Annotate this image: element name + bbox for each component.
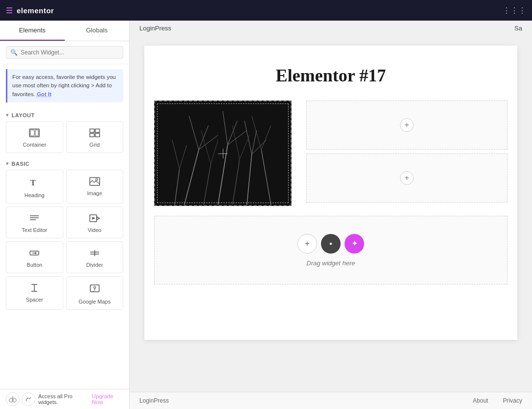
plus-icon: + [305,239,309,248]
search-input-wrap: 🔍 [6,46,123,59]
widget-heading-label: Heading [25,192,45,198]
basic-widget-grid: T Heading Image [0,170,129,313]
tab-elements[interactable]: Elements [0,21,65,41]
widget-container-label: Container [23,142,46,148]
empty-slot-1[interactable]: + [306,101,507,150]
heading-icon: T [29,177,40,189]
drop-zone-section[interactable]: + ▪ ✦ Drag widget here [154,216,507,284]
widget-divider-label: Divider [86,262,103,268]
sidebar-content: ▾ Layout Container [0,107,129,389]
widget-button-label: Button [27,262,42,268]
svg-rect-4 [95,129,100,132]
svg-point-9 [96,179,98,180]
section-layout-header: ▾ Layout [0,107,129,121]
widget-image[interactable]: Image [66,170,124,204]
magic-icon: ✦ [351,239,358,248]
container-icon [29,128,40,139]
section-layout-label: Layout [12,112,35,118]
drop-zone-text: Drag widget here [307,259,355,267]
top-bar: ☰ elementor ⋮⋮⋮ [0,0,532,21]
widget-google-maps-label: Google Maps [79,299,110,305]
chevron-down-icon-2: ▾ [6,161,9,166]
page-title-section: Elementor #17 [144,46,517,101]
tip-box: For easy access, favorite the widgets yo… [6,69,123,102]
svg-rect-3 [90,129,94,132]
got-it-button[interactable]: Got It [37,91,52,97]
widget-grid[interactable]: Grid [66,121,124,153]
pro-icons [6,392,35,406]
image-icon [89,177,100,187]
widget-video[interactable]: Video [66,206,124,238]
footer-privacy[interactable]: Privacy [503,397,522,404]
pro-icon-1 [6,392,20,406]
hamburger-icon[interactable]: ☰ [6,6,13,15]
widget-spacer[interactable]: Spacer [6,276,63,310]
access-pro-text: Access all Pro widgets. [38,393,89,405]
page-content: Elementor #17 [144,46,517,340]
search-bar: 🔍 [0,41,129,64]
layout-widget-grid: Container Grid [0,121,129,156]
text-editor-icon [29,214,40,224]
widget-text-editor[interactable]: Text Editor [6,206,63,238]
spacer-icon [29,283,40,294]
tip-text: For easy access, favorite the widgets yo… [12,74,116,97]
tab-globals[interactable]: Globals [65,21,130,41]
sidebar: Elements Globals 🔍 For easy access, favo… [0,21,130,409]
svg-marker-14 [97,217,100,220]
chevron-down-icon: ▾ [6,112,9,118]
add-element-btn-2[interactable]: + [400,171,414,185]
widget-container[interactable]: Container [6,121,63,153]
empty-columns: + + [301,101,507,206]
divider-icon [89,249,100,259]
bottom-bar-left: Access all Pro widgets. Upgrade Now [6,392,123,406]
bottom-access-bar: Access all Pro widgets. Upgrade Now [0,389,129,409]
canvas-body: Elementor #17 [130,36,532,392]
widget-button[interactable]: Button [6,241,63,273]
svg-point-27 [94,286,96,288]
button-icon [29,249,40,259]
image-column [154,101,301,206]
grid-icon[interactable]: ⋮⋮⋮ [503,6,526,15]
svg-rect-6 [95,133,100,137]
add-element-button[interactable]: + [297,234,317,254]
drop-zone-buttons: + ▪ ✦ [297,234,364,254]
add-element-btn-1[interactable]: + [400,118,414,132]
search-input[interactable] [21,49,119,56]
google-maps-icon [89,283,100,296]
video-icon [89,214,100,224]
footer-brand: LoginPress [139,397,169,404]
widget-spacer-label: Spacer [26,297,43,303]
sidebar-tabs: Elements Globals [0,21,129,41]
widget-grid-label: Grid [89,142,100,148]
magic-button[interactable]: ✦ [345,234,364,254]
image-placeholder[interactable] [154,101,292,206]
footer-nav: About Privacy [473,397,522,404]
elementor-logo: elementor [17,6,54,15]
search-icon: 🔍 [10,49,18,56]
footer-about[interactable]: About [473,397,488,404]
page-title: Elementor #17 [154,65,507,86]
svg-rect-5 [90,133,94,137]
folder-button[interactable]: ▪ [321,234,341,254]
svg-text:T: T [30,179,36,187]
canvas-page-name: LoginPress [139,25,171,32]
svg-marker-15 [92,217,95,220]
pro-icon-2 [22,392,35,406]
columns-row: + + [144,101,517,216]
canvas-user-label: Sa [514,25,522,32]
widget-divider[interactable]: Divider [66,241,124,273]
widget-image-label: Image [87,190,102,196]
folder-icon: ▪ [329,239,332,248]
svg-rect-1 [30,130,34,136]
widget-text-editor-label: Text Editor [22,227,47,233]
widget-google-maps[interactable]: Google Maps [66,276,124,310]
section-basic-header: ▾ Basic [0,156,129,170]
widget-heading[interactable]: T Heading [6,170,63,204]
canvas-area: LoginPress Sa Elementor #17 [130,21,532,409]
page-footer: LoginPress About Privacy [130,392,532,409]
upgrade-now-link[interactable]: Upgrade Now [92,393,123,405]
svg-rect-2 [35,130,38,136]
grid-icon [89,128,100,139]
empty-slot-2[interactable]: + [306,153,507,203]
section-basic-label: Basic [12,161,30,167]
